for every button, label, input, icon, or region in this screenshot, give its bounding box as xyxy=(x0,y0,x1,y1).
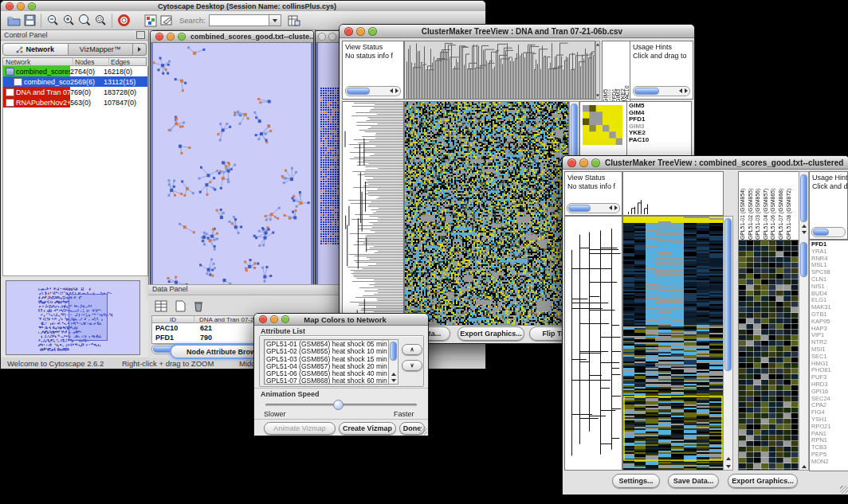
tv2-column-dendrogram[interactable] xyxy=(622,171,724,216)
tv1-row-dendrogram[interactable] xyxy=(342,101,404,326)
minimize-button[interactable] xyxy=(356,27,365,36)
move-up-button[interactable]: ∧ xyxy=(402,344,422,355)
network-list-row[interactable]: DNA and Tran 07 769(0) 183728(0) xyxy=(3,87,147,97)
zoom-selected-icon[interactable] xyxy=(92,13,108,29)
close-button[interactable] xyxy=(155,33,163,41)
network-list-row[interactable]: combined_sco 2569(6) 13112(15) xyxy=(3,76,147,87)
network-view-window[interactable]: combined_scores_good.txt--cluste... xyxy=(150,30,314,296)
window-controls[interactable] xyxy=(563,158,605,167)
float-panel-icon[interactable] xyxy=(136,31,145,39)
tv1-heatmap[interactable] xyxy=(404,101,569,326)
window-controls[interactable] xyxy=(151,33,190,41)
new-attribute-icon[interactable] xyxy=(172,298,188,314)
usage-hints-scrollbar[interactable] xyxy=(633,86,690,96)
attribute-table-icon[interactable] xyxy=(153,298,169,314)
search-input[interactable] xyxy=(209,14,269,26)
column-dendrogram-canvas[interactable] xyxy=(623,172,723,215)
tv2-settings-button[interactable]: Settings... xyxy=(612,474,660,488)
zoom-out-icon[interactable] xyxy=(45,13,61,29)
zoom-button[interactable] xyxy=(591,158,600,167)
usage-hints-scrollbar[interactable] xyxy=(811,227,846,237)
birdseye-canvas[interactable] xyxy=(6,281,139,354)
tv2-zoom-heatmap[interactable] xyxy=(738,240,799,471)
resize-grip[interactable] xyxy=(840,486,848,494)
zoom-button[interactable] xyxy=(178,33,186,41)
column-dendrogram-canvas[interactable] xyxy=(405,41,595,99)
tv2-save-data-button[interactable]: Save Data... xyxy=(668,474,719,488)
tv2-export-graphics-button[interactable]: Export Graphics... xyxy=(728,474,798,488)
zoom-heatmap-canvas[interactable] xyxy=(739,240,799,470)
view-status-scrollbar[interactable] xyxy=(567,203,620,213)
heatmap-canvas[interactable] xyxy=(405,102,568,325)
network-table-header[interactable]: Network Nodes Edges xyxy=(2,57,147,66)
map-colors-dialog[interactable]: Map Colors to Network Attribute List GPL… xyxy=(253,313,429,436)
minimize-button[interactable] xyxy=(270,315,278,323)
window-controls[interactable] xyxy=(340,27,382,36)
zoom-button[interactable] xyxy=(368,27,377,36)
column-label[interactable]: GPL51-02 (GSM855) xyxy=(748,173,754,240)
window-controls[interactable] xyxy=(1,2,41,10)
window-controls[interactable] xyxy=(316,33,339,41)
column-label[interactable]: GPL51-01 (GSM854) xyxy=(740,173,746,240)
table-export-icon[interactable] xyxy=(286,13,302,29)
gene-label[interactable]: MON2 xyxy=(811,459,848,466)
close-button[interactable] xyxy=(318,33,326,41)
zoom-heatmap-canvas[interactable] xyxy=(583,105,622,145)
help-lifering-icon[interactable] xyxy=(116,13,132,29)
heatmap-canvas[interactable] xyxy=(623,217,723,470)
network-view-titlebar[interactable]: combined_scores_good.txt--cluste... xyxy=(151,31,313,43)
tv1-splitter[interactable] xyxy=(595,41,600,100)
network-list-row[interactable]: RNAPuberNov2+ 563(0) 107847(0) xyxy=(3,97,147,107)
minimize-button[interactable] xyxy=(579,158,588,167)
row-dendrogram-canvas[interactable] xyxy=(565,217,622,470)
attribute-list-item[interactable]: GPL51-07 (GSM868) heat shock 60 min xyxy=(266,377,387,385)
treeview2-titlebar[interactable]: ClusterMaker TreeView : combined_scores_… xyxy=(563,156,848,170)
search-dropdown-button[interactable] xyxy=(269,14,281,26)
tab-vizmapper[interactable]: VizMapper™ xyxy=(69,43,134,56)
treeview2-window[interactable]: ClusterMaker TreeView : combined_scores_… xyxy=(562,155,848,495)
treeview1-titlebar[interactable]: ClusterMaker TreeView : DNA and Tran 07-… xyxy=(340,25,694,38)
move-down-button[interactable]: ∨ xyxy=(402,360,422,371)
tv2-gene-vscroll[interactable] xyxy=(799,171,809,471)
attribute-list[interactable]: GPL51-01 (GSM854) heat shock 05 minGPL51… xyxy=(264,339,390,385)
view-status-scrollbar[interactable] xyxy=(345,86,401,96)
resize-grip[interactable] xyxy=(419,427,427,435)
network-canvas[interactable] xyxy=(151,43,313,295)
tv1-export-graphics-button[interactable]: Export Graphics... xyxy=(457,326,524,341)
minimize-button[interactable] xyxy=(328,33,336,41)
column-label[interactable]: GPL51-08 (GSM872) xyxy=(786,173,792,240)
column-label[interactable]: PAC10 xyxy=(625,42,629,103)
column-label[interactable]: GPL51-04 (GSM857) xyxy=(763,173,769,240)
window-controls[interactable] xyxy=(254,315,294,323)
close-button[interactable] xyxy=(6,2,14,10)
minimize-button[interactable] xyxy=(17,2,25,10)
tv2-heatmap[interactable] xyxy=(622,216,724,471)
tv1-column-dendrogram[interactable] xyxy=(404,41,595,100)
edit-page-icon[interactable] xyxy=(159,13,175,29)
close-button[interactable] xyxy=(344,27,353,36)
column-label[interactable]: GPL51-07 (GSM868) xyxy=(778,173,784,240)
create-vizmap-button[interactable]: Create Vizmap xyxy=(339,422,396,435)
zoom-button[interactable] xyxy=(28,2,36,10)
tv2-heatmap-vscroll[interactable] xyxy=(723,216,733,471)
annotation-icon[interactable] xyxy=(143,13,159,29)
tv2-row-dendrogram[interactable] xyxy=(564,216,622,471)
row-dendrogram-canvas[interactable] xyxy=(343,102,403,325)
close-button[interactable] xyxy=(567,158,576,167)
more-tabs-button[interactable] xyxy=(133,43,147,56)
open-file-icon[interactable] xyxy=(6,13,22,29)
zoom-fit-icon[interactable] xyxy=(77,13,92,29)
gene-label[interactable]: PAC10 xyxy=(629,137,694,144)
zoom-button[interactable] xyxy=(281,315,289,323)
column-label[interactable]: GPL51-03 (GSM856) xyxy=(755,173,761,240)
close-button[interactable] xyxy=(259,315,267,323)
birdseye-panel[interactable] xyxy=(6,280,140,355)
delete-attribute-icon[interactable] xyxy=(190,298,206,314)
network-list-row[interactable]: combined_scores 2764(0) 16218(0) xyxy=(3,66,147,76)
dialog-titlebar[interactable]: Map Colors to Network xyxy=(254,314,428,326)
animation-speed-thumb[interactable] xyxy=(333,400,344,410)
save-icon[interactable] xyxy=(22,13,37,29)
tab-network[interactable]: Network xyxy=(2,43,69,56)
zoom-in-icon[interactable] xyxy=(61,13,77,29)
attribute-list-scrollbar[interactable] xyxy=(388,339,398,385)
